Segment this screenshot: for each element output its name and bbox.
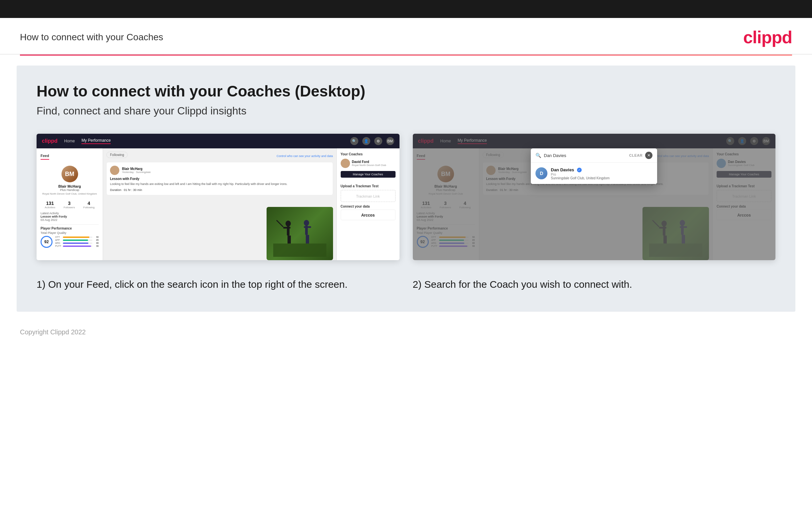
svg-line-6 xyxy=(277,220,283,227)
arccos-box: Arccos xyxy=(341,210,395,220)
settings-icon[interactable]: ⚙ xyxy=(374,137,382,145)
profile-name: Blair McHarg xyxy=(41,184,99,188)
perf-title: Player Performance xyxy=(41,226,99,230)
svg-rect-4 xyxy=(288,236,289,244)
nav-icons: 🔍 👤 ⚙ BM xyxy=(350,137,394,145)
latest-activity-date: 03 Aug 2022 xyxy=(41,218,99,221)
bar-arg-val: 86 xyxy=(93,242,99,244)
search-clear-btn[interactable]: CLEAR xyxy=(629,153,642,157)
user-icon[interactable]: 👤 xyxy=(362,137,370,145)
following-btn[interactable]: Following xyxy=(106,152,128,158)
search-icon-modal: 🔍 xyxy=(535,153,541,158)
page-header-title: How to connect with your Coaches xyxy=(20,32,163,43)
svg-rect-10 xyxy=(306,235,307,244)
step-2-desc: Search for the Coach you wish to connect… xyxy=(424,279,632,290)
search-close-btn[interactable]: ✕ xyxy=(645,152,653,159)
coaches-title-1: Your Coaches xyxy=(341,153,395,156)
lesson-desc: Looking to feel like my hands are exitin… xyxy=(110,182,329,186)
latest-activity-title: Lesson with Fordy xyxy=(41,215,99,218)
golfer-svg xyxy=(273,214,326,257)
header-divider xyxy=(20,54,792,55)
main-content: How to connect with your Coaches (Deskto… xyxy=(17,66,795,312)
result-name-row: Dan Davies ✓ xyxy=(551,167,610,173)
bar-ott: OTT 90 xyxy=(55,236,99,238)
copyright-text: Copyright Clippd 2022 xyxy=(20,328,86,336)
svg-rect-0 xyxy=(273,244,326,257)
duration-label: Duration xyxy=(110,188,121,192)
feed-tab[interactable]: Feed xyxy=(41,154,49,160)
page-main-title: How to connect with your Coaches (Deskto… xyxy=(37,82,775,100)
post-name: Blair McHarg xyxy=(122,167,151,171)
step-2-number: 2) xyxy=(413,279,422,290)
footer: Copyright Clippd 2022 xyxy=(0,322,812,343)
step-1: 1) On your Feed, click on the search ico… xyxy=(37,277,399,292)
mock-app-1: clippd Home My Performance 🔍 👤 ⚙ BM Feed xyxy=(37,134,399,260)
app-navbar-1: clippd Home My Performance 🔍 👤 ⚙ BM xyxy=(37,134,399,149)
header: How to connect with your Coaches clippd xyxy=(0,18,812,54)
tpq-bars: OTT 90 APP 85 xyxy=(55,236,99,248)
search-modal: 🔍 Dan Davies CLEAR ✕ D Dan Davies ✓ Pro xyxy=(531,149,657,184)
nav-home[interactable]: Home xyxy=(64,139,75,143)
svg-rect-9 xyxy=(304,226,311,228)
search-result[interactable]: D Dan Davies ✓ Pro Sunningdale Golf Club… xyxy=(531,163,657,184)
stat-following: 4 Following xyxy=(84,201,95,209)
followers-label: Followers xyxy=(63,206,75,209)
manage-coaches-btn[interactable]: Manage Your Coaches xyxy=(341,171,395,178)
result-club: Sunningdale Golf Club, United Kingdom xyxy=(551,176,610,180)
coach-item: David Ford Royal North Devon Golf Club xyxy=(341,159,395,168)
lesson-title: Lesson with Fordy xyxy=(110,177,329,181)
search-input-display[interactable]: Dan Davies xyxy=(544,153,626,158)
bar-app-label: APP xyxy=(55,239,62,241)
mock-app-2: clippd Home My Performance 🔍 👤 ⚙ BM Feed xyxy=(413,134,776,260)
bar-putt: PUTT 96 xyxy=(55,245,99,247)
coach-club-1: Royal North Devon Golf Club xyxy=(352,164,386,167)
app-logo-1: clippd xyxy=(42,138,57,144)
result-role: Pro xyxy=(551,173,610,176)
right-panel-1: Your Coaches David Ford Royal North Devo… xyxy=(336,149,399,260)
stats-row: 131 Activities 3 Followers 4 Following xyxy=(41,201,99,209)
video-silhouette xyxy=(267,207,333,260)
lesson-duration: Duration 01 hr : 30 min xyxy=(110,188,329,192)
post-author: Blair McHarg Yesterday · Sunningdale xyxy=(110,166,329,175)
svg-point-7 xyxy=(304,220,309,226)
avatar: BM xyxy=(61,166,78,182)
svg-point-1 xyxy=(286,220,291,226)
arccos-text: Arccos xyxy=(361,213,375,218)
stat-followers: 3 Followers xyxy=(63,201,75,209)
steps-row: 1) On your Feed, click on the search ico… xyxy=(37,277,775,292)
screenshot-1: clippd Home My Performance 🔍 👤 ⚙ BM Feed xyxy=(37,134,399,260)
bar-ott-val: 90 xyxy=(93,236,99,238)
svg-rect-3 xyxy=(283,227,290,228)
result-info: Dan Davies ✓ Pro Sunningdale Golf Club, … xyxy=(551,167,610,180)
bar-arg-label: ARG xyxy=(55,242,62,244)
search-bar: 🔍 Dan Davies CLEAR ✕ xyxy=(531,149,657,163)
page-subtitle: Find, connect and share your Clippd insi… xyxy=(37,105,775,117)
avatar-icon[interactable]: BM xyxy=(386,137,394,145)
post-card: Blair McHarg Yesterday · Sunningdale Les… xyxy=(106,162,333,195)
bar-arg: ARG 86 xyxy=(55,242,99,244)
svg-rect-11 xyxy=(307,235,309,244)
post-avatar xyxy=(110,166,119,175)
nav-my-performance[interactable]: My Performance xyxy=(82,138,111,144)
top-bar xyxy=(0,0,812,18)
bar-ott-label: OTT xyxy=(55,236,62,238)
step-2: 2) Search for the Coach you wish to conn… xyxy=(413,277,776,292)
search-icon[interactable]: 🔍 xyxy=(350,137,358,145)
screenshot-2: clippd Home My Performance 🔍 👤 ⚙ BM Feed xyxy=(413,134,776,260)
activities-count: 131 xyxy=(45,201,55,206)
following-count: 4 xyxy=(84,201,95,206)
bar-app-val: 85 xyxy=(93,239,99,241)
upload-title: Upload a Trackman Test xyxy=(341,184,395,188)
svg-rect-5 xyxy=(289,236,291,244)
control-link[interactable]: Control who can see your activity and da… xyxy=(277,154,333,158)
result-name: Dan Davies xyxy=(551,167,574,172)
app-body-1: Feed BM Blair McHarg Plus Handicap Royal… xyxy=(37,149,399,260)
profile-handicap: Plus Handicap xyxy=(41,188,99,192)
upload-section: Upload a Trackman Test Trackman Link xyxy=(341,184,395,202)
bar-putt-label: PUTT xyxy=(55,245,62,247)
step-2-text: 2) Search for the Coach you wish to conn… xyxy=(413,277,776,292)
tpq-label: Total Player Quality xyxy=(41,231,99,235)
clippd-logo: clippd xyxy=(743,27,792,47)
result-avatar: D xyxy=(535,167,547,179)
bar-putt-val: 96 xyxy=(93,245,99,247)
